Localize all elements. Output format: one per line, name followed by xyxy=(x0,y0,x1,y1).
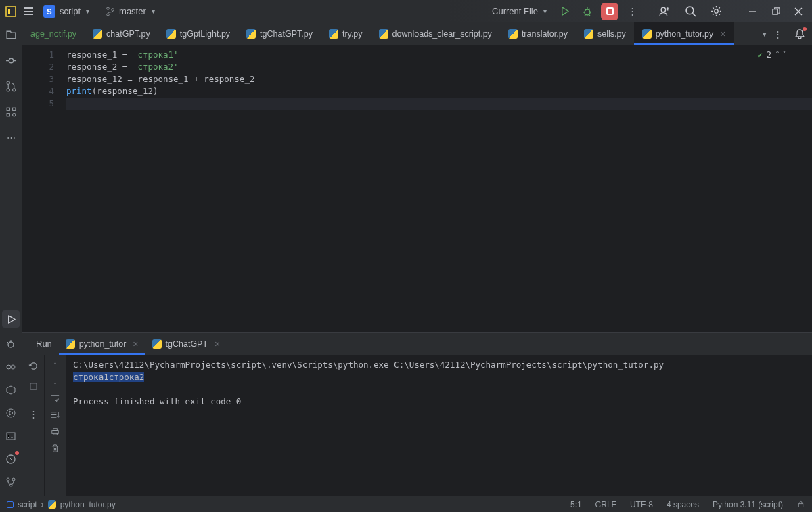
python-icon xyxy=(48,500,56,509)
svg-point-6 xyxy=(661,7,665,12)
vcs-tool-icon[interactable] xyxy=(4,475,18,489)
run-toolbar-side: ↑ ↓ xyxy=(45,355,66,496)
notifications-icon[interactable] xyxy=(794,28,805,39)
code-with-me-icon[interactable] xyxy=(655,2,674,21)
run-config-selector[interactable]: Current File ▾ xyxy=(488,5,551,18)
rerun-icon[interactable] xyxy=(26,359,40,372)
editor-tab[interactable]: try.py xyxy=(321,22,371,45)
indent-setting[interactable]: 4 spaces xyxy=(667,500,699,509)
svg-point-8 xyxy=(714,9,717,13)
inspection-widget[interactable]: ✔ 2 ˄˅ xyxy=(758,50,786,60)
svg-point-11 xyxy=(7,81,9,84)
commit-tool-icon[interactable] xyxy=(4,54,18,67)
settings-icon[interactable] xyxy=(706,2,725,21)
python-icon xyxy=(329,29,338,39)
clear-icon[interactable] xyxy=(50,444,60,454)
python-icon xyxy=(66,339,75,349)
tab-label: tgChatGPT.py xyxy=(260,29,313,39)
git-branch[interactable]: master ▾ xyxy=(102,5,159,18)
main-menu-icon[interactable] xyxy=(22,5,35,18)
prev-highlight-icon[interactable]: ˄ xyxy=(775,50,780,60)
console-output[interactable]: C:\Users\42112\PycharmProjects\script\.v… xyxy=(66,355,812,496)
editor-tab[interactable]: chatGPT.py xyxy=(85,22,158,45)
run-tool-icon[interactable] xyxy=(2,310,20,328)
svg-point-19 xyxy=(7,365,11,369)
chevron-down-icon: ▾ xyxy=(86,7,89,15)
code-content[interactable]: response_1 = 'строка1' response_2 = 'стр… xyxy=(66,46,812,332)
line-separator[interactable]: CRLF xyxy=(595,500,616,509)
editor-tab[interactable]: tgChatGPT.py xyxy=(238,22,321,45)
editor-tab[interactable]: translator.py xyxy=(500,22,576,45)
nav-chip-icon[interactable] xyxy=(7,501,14,508)
svg-rect-0 xyxy=(6,7,16,16)
editor-tab[interactable]: sells.py xyxy=(576,22,634,45)
maximize-icon[interactable] xyxy=(766,2,785,21)
python-console-icon[interactable] xyxy=(4,383,18,397)
scroll-end-icon[interactable] xyxy=(50,410,60,420)
svg-rect-22 xyxy=(7,433,15,440)
stop-run-icon[interactable] xyxy=(26,379,40,393)
stop-button[interactable] xyxy=(601,3,618,20)
svg-point-17 xyxy=(12,113,15,116)
services-tool-icon[interactable] xyxy=(4,406,18,420)
close-icon[interactable] xyxy=(789,2,808,21)
code-editor[interactable]: 1 2 3 4 5 response_1 = 'строка1' respons… xyxy=(22,46,812,332)
soft-wrap-icon[interactable] xyxy=(50,393,60,403)
print-icon[interactable] xyxy=(50,427,60,437)
down-icon[interactable]: ↓ xyxy=(53,376,58,386)
lock-icon[interactable] xyxy=(796,500,805,509)
tab-close-icon[interactable]: × xyxy=(215,339,220,349)
app-icon xyxy=(4,5,18,18)
main-area: ⋯ age_notif.py chatGPT.py tgGptLight.py … xyxy=(0,22,812,496)
breadcrumb-root[interactable]: script xyxy=(18,500,37,509)
editor-column: age_notif.py chatGPT.py tgGptLight.py tg… xyxy=(22,22,812,496)
tab-close-icon[interactable]: × xyxy=(133,339,138,349)
minimize-icon[interactable] xyxy=(743,2,762,21)
tab-label: tgGptLight.py xyxy=(180,29,230,39)
line-number: 4 xyxy=(22,85,54,98)
console-exit: Process finished with exit code 0 xyxy=(73,396,805,408)
file-encoding[interactable]: UTF-8 xyxy=(630,500,653,509)
run-tab-label: tgChatGPT xyxy=(166,339,208,349)
status-bar: script › python_tutor.py 5:1 CRLF UTF-8 … xyxy=(0,496,812,512)
editor-tab[interactable]: downloads_clear_script.py xyxy=(371,22,500,45)
svg-point-21 xyxy=(7,409,15,417)
problems-tool-icon[interactable] xyxy=(4,452,18,466)
breadcrumb-file[interactable]: python_tutor.py xyxy=(60,500,116,509)
run-tab-label: python_tutor xyxy=(79,339,127,349)
more-tools-icon[interactable]: ⋯ xyxy=(4,131,18,144)
editor-tab-active[interactable]: python_tutor.py× xyxy=(634,22,734,45)
terminal-tool-icon[interactable] xyxy=(4,429,18,443)
structure-tool-icon[interactable] xyxy=(4,105,18,119)
next-highlight-icon[interactable]: ˅ xyxy=(782,50,786,60)
run-button[interactable] xyxy=(555,2,574,21)
tab-more-icon[interactable]: ⋮ xyxy=(773,29,782,39)
project-selector[interactable]: S script ▾ xyxy=(39,4,93,19)
branch-name: master xyxy=(119,6,146,16)
project-tool-icon[interactable] xyxy=(4,28,18,41)
line-number: 2 xyxy=(22,61,54,73)
line-number: 3 xyxy=(22,73,54,85)
svg-point-20 xyxy=(11,365,15,369)
tab-close-icon[interactable]: × xyxy=(720,28,725,39)
editor-tab[interactable]: tgGptLight.py xyxy=(158,22,238,45)
debug-tool-icon[interactable] xyxy=(4,337,18,351)
pull-requests-icon[interactable] xyxy=(4,79,18,93)
python-packages-icon[interactable] xyxy=(4,360,18,374)
line-number: 1 xyxy=(22,49,54,61)
editor-tabs: age_notif.py chatGPT.py tgGptLight.py tg… xyxy=(22,22,812,46)
run-tab[interactable]: tgChatGPT× xyxy=(145,333,227,355)
more-actions-icon[interactable]: ⋮ xyxy=(623,2,641,21)
editor-tab[interactable]: age_notif.py xyxy=(22,22,85,45)
interpreter[interactable]: Python 3.11 (script) xyxy=(713,500,783,509)
svg-rect-27 xyxy=(30,383,36,389)
debug-button[interactable] xyxy=(578,2,597,21)
run-more-icon[interactable]: ⋮ xyxy=(26,407,40,421)
up-icon[interactable]: ↑ xyxy=(53,359,58,369)
svg-rect-15 xyxy=(12,108,15,110)
tab-dropdown-icon[interactable]: ▾ xyxy=(763,30,767,39)
cursor-position[interactable]: 5:1 xyxy=(570,500,582,509)
run-tab-active[interactable]: python_tutor× xyxy=(59,333,145,355)
svg-rect-9 xyxy=(772,9,777,14)
search-icon[interactable] xyxy=(681,2,700,21)
